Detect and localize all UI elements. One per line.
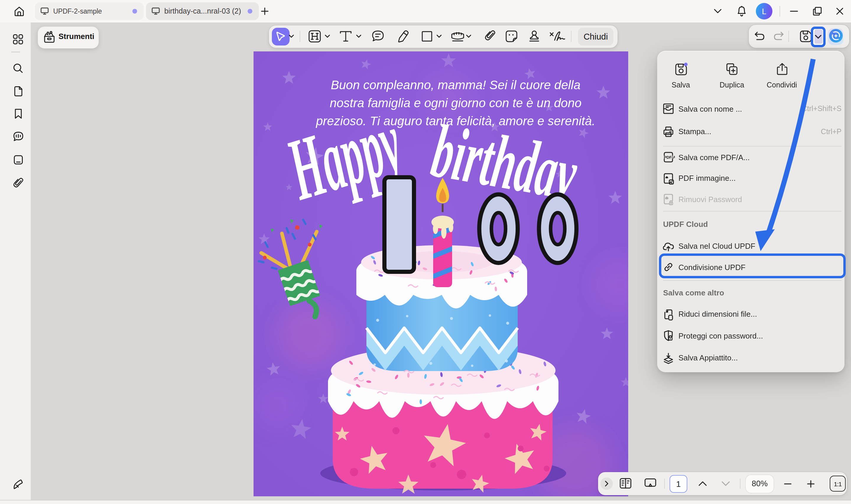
svg-text:PDF/A: PDF/A [664,155,675,160]
svg-text:Buon compleanno, mamma! Sei il: Buon compleanno, mamma! Sei il cuore del… [331,78,580,92]
